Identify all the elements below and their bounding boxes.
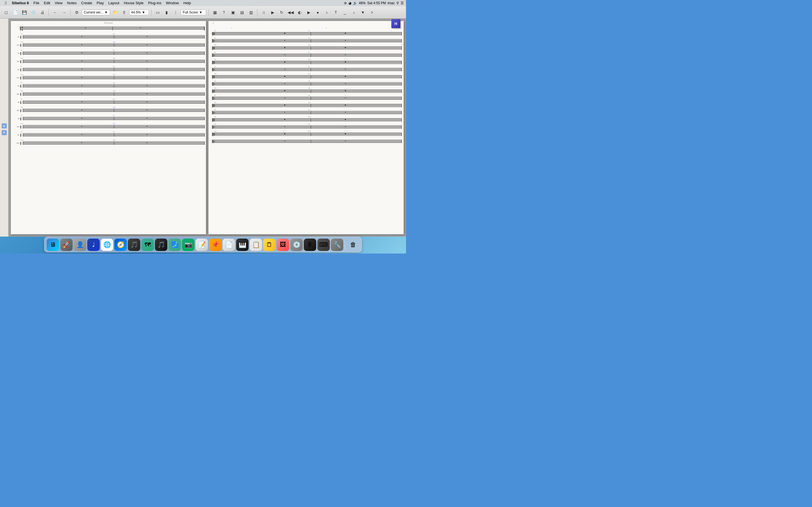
menu-plugins[interactable]: Plug-ins: [146, 0, 163, 6]
p2-sub2-13: 3G: [308, 124, 402, 125]
app-name[interactable]: Sibelius 6: [10, 0, 31, 6]
new-button[interactable]: ◻: [2, 8, 10, 16]
barline-mid-13: [114, 142, 114, 145]
time-sig-box-14: [214, 133, 215, 135]
monitor-2-btn[interactable]: ▤: [238, 8, 246, 16]
p2-rest-2-11: [345, 112, 346, 113]
monitor-1-btn[interactable]: ▣: [229, 8, 237, 16]
stave-row-p1-5: 1C1 2C1 1C1 ∥: [14, 73, 205, 80]
time-sig-box-13: [214, 126, 215, 128]
dock-contacts[interactable]: 👤: [74, 238, 86, 251]
apple-menu[interactable]: : [2, 0, 10, 6]
loop-btn[interactable]: ↻: [278, 8, 286, 16]
p2-rest-2-15: [345, 141, 346, 142]
plugin-btn[interactable]: ▼: [359, 8, 367, 16]
dock-tools[interactable]: 🔧: [331, 238, 343, 251]
dock-finder[interactable]: 🖥: [47, 238, 59, 251]
open-button[interactable]: 📄: [11, 8, 19, 16]
menu-view[interactable]: View: [52, 0, 65, 6]
symbol-btn[interactable]: ♭: [323, 8, 331, 16]
notification-icon[interactable]: ☰: [401, 1, 404, 5]
folder-button[interactable]: 📁: [111, 8, 119, 16]
dock-itunes[interactable]: 🎵: [155, 238, 167, 251]
transport-section[interactable]: ●: [314, 8, 322, 16]
dock-preview[interactable]: 🖼: [277, 238, 289, 251]
menu-house-style[interactable]: House Style: [121, 0, 146, 6]
barline-mid-6: [114, 84, 114, 88]
art-btn[interactable]: >: [368, 8, 376, 16]
sticky-note-h[interactable]: H: [391, 19, 400, 28]
dock-clipboard[interactable]: 📋: [250, 238, 262, 251]
search-icon[interactable]: ⚲: [396, 1, 399, 5]
p2-rest-1-13: [284, 126, 285, 127]
play-btn[interactable]: ▶: [269, 8, 276, 16]
video-btn[interactable]: ▶: [305, 8, 313, 16]
zoom-field[interactable]: 44.5% ▼: [129, 10, 149, 15]
undo-button[interactable]: ←: [51, 8, 59, 16]
save-button[interactable]: 💾: [20, 8, 28, 16]
redo-button[interactable]: →: [60, 8, 68, 16]
p2-barline-1-12: [311, 118, 311, 122]
p2-sub1-12: 2F1: [212, 116, 308, 118]
menu-play[interactable]: Play: [94, 0, 106, 6]
menu-help[interactable]: Help: [181, 0, 193, 6]
monitor-3-btn[interactable]: ▥: [247, 8, 255, 16]
dock-safari[interactable]: 🧭: [114, 238, 127, 251]
menu-file[interactable]: File: [31, 0, 42, 6]
p2-rest-2-12: [345, 119, 346, 120]
zoom-in-btn[interactable]: ⋮: [172, 8, 180, 16]
menu-notes[interactable]: Notes: [65, 0, 79, 6]
stave-row-p1-11: 1F1 2F1 1F1 ∥: [14, 122, 205, 129]
score-view-select[interactable]: Full Score ▼: [181, 10, 206, 15]
dock-dvd[interactable]: 💿: [290, 238, 303, 251]
dock-piano[interactable]: 🎹: [236, 238, 249, 251]
dock-launchpad[interactable]: 🚀: [60, 238, 73, 251]
menu-window[interactable]: Window: [163, 0, 181, 6]
dock-facetime[interactable]: 📷: [182, 238, 195, 251]
properties-button[interactable]: ⚙: [73, 8, 81, 16]
lines-btn[interactable]: ⎯: [341, 8, 349, 16]
magnetic-button[interactable]: ☿: [120, 8, 128, 16]
help-btn[interactable]: ?: [220, 8, 228, 16]
p2-stave-lines-14: [212, 133, 402, 136]
dock-app6[interactable]: 🎵: [128, 238, 140, 251]
menu-layout[interactable]: Layout: [106, 0, 121, 6]
version-select[interactable]: Current ver... ▼: [82, 10, 110, 15]
p2-sub1-11: 2F: [212, 109, 308, 111]
stave-row-p2-14: 2G1 3G1: [210, 130, 402, 136]
stave-row-p2-9: 2E 3E: [210, 94, 402, 101]
dock-textedit[interactable]: 📝: [196, 238, 208, 251]
menu-edit[interactable]: Edit: [42, 0, 52, 6]
p2-rest-2-4: [345, 62, 346, 62]
mixer-btn[interactable]: ◐: [296, 8, 304, 16]
dock-mic[interactable]: 🎙: [304, 238, 316, 251]
dock-notes[interactable]: 📄: [223, 238, 235, 251]
p2-sub2-14: 3G1: [308, 131, 402, 132]
p2-sub1-0: 2A: [212, 30, 308, 32]
save-as-button[interactable]: 💿: [29, 8, 37, 16]
dock-keyboard[interactable]: ⌨: [317, 238, 330, 251]
stave-lines-7: [23, 93, 205, 96]
note-input-btn[interactable]: ♫: [260, 8, 267, 16]
scroll-up[interactable]: ▲: [2, 123, 7, 128]
layout-btn[interactable]: ▦: [211, 8, 219, 16]
fit-page-btn[interactable]: ▭: [154, 8, 161, 16]
dock-sibelius[interactable]: ♩: [87, 238, 100, 251]
menu-create[interactable]: Create: [79, 0, 94, 6]
menubar-right: ⊜ ◕ 🔊 48% Sat 4:55 PM imac ⚲ ☰: [344, 1, 404, 5]
text-btn[interactable]: T: [332, 8, 340, 16]
stave-clef-7: ∥: [20, 93, 23, 96]
print-button[interactable]: 🖨: [38, 8, 46, 16]
dock-chrome[interactable]: 🌐: [101, 238, 113, 251]
rest-b-13: [146, 142, 147, 143]
dock-stickies[interactable]: 📌: [209, 238, 221, 251]
notehead-btn[interactable]: ♪: [350, 8, 358, 16]
dock-maps[interactable]: 🗺: [142, 238, 154, 251]
scroll-down[interactable]: ▼: [2, 130, 7, 135]
page1-top-label: Full Score: [104, 22, 113, 24]
dock-notes-app[interactable]: 🗒: [263, 238, 276, 251]
dock-maps2[interactable]: 🗾: [168, 238, 181, 251]
dock-trash[interactable]: 🗑: [347, 238, 359, 251]
fit-width-btn[interactable]: ▮: [163, 8, 170, 16]
play-back-btn[interactable]: ◀◀: [287, 8, 295, 16]
